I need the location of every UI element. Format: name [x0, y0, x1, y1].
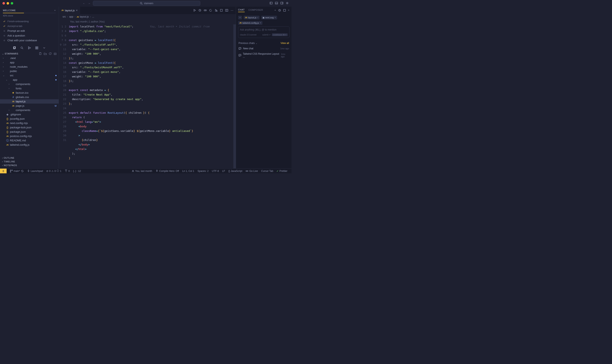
- chat-history-item[interactable]: Tailwind CSS Responsive Layout ...1mo ag…: [236, 51, 292, 59]
- nav-back-button[interactable]: ←: [83, 2, 85, 5]
- tree-row[interactable]: {}package.json: [0, 130, 59, 134]
- remote-button[interactable]: [0, 169, 7, 173]
- breadcrumb-segment[interactable]: ...: [92, 15, 94, 18]
- chip-add-icon[interactable]: +: [274, 16, 276, 19]
- tree-row[interactable]: ›public: [0, 69, 59, 73]
- tree-row[interactable]: JStailwind.config.js: [0, 143, 59, 147]
- chevron-down-icon[interactable]: [43, 46, 46, 49]
- new-file-icon[interactable]: [39, 52, 42, 55]
- history-icon[interactable]: [278, 9, 281, 12]
- settings-gear-icon[interactable]: [286, 2, 289, 5]
- context-chip[interactable]: JS tailwind.config.js +: [238, 21, 262, 25]
- context-chip[interactable]: ▣ next.svg +: [261, 16, 277, 19]
- tree-row[interactable]: ⓘREADME.md: [0, 138, 59, 143]
- history-icon[interactable]: [199, 9, 201, 12]
- layout-bottom-icon[interactable]: [275, 2, 278, 5]
- sidebar-section-header[interactable]: ›OUTLINE: [2, 156, 57, 160]
- language-mode[interactable]: {} JavaScript: [227, 170, 244, 172]
- go-live-button[interactable]: Go Live: [244, 170, 259, 172]
- tab-close-button[interactable]: ×: [76, 9, 78, 12]
- minimap-scrollbar[interactable]: [233, 24, 236, 168]
- more-icon[interactable]: ⋯: [231, 9, 233, 12]
- chevron-down-icon[interactable]: ⌄: [2, 53, 4, 55]
- dock-icon[interactable]: [283, 9, 286, 12]
- chip-close-icon[interactable]: ×: [257, 16, 258, 19]
- eol[interactable]: LF: [221, 170, 227, 172]
- problems-button[interactable]: ⊘ 0 ⚠ 0 ⓘ 1: [45, 169, 63, 173]
- sidebar-section-header[interactable]: ›TIMELINE: [2, 160, 57, 163]
- refresh-icon[interactable]: [49, 52, 52, 55]
- editor-tab[interactable]: JS layout.js ×: [59, 7, 80, 14]
- tree-row[interactable]: ›components: [0, 108, 59, 112]
- explorer-icon[interactable]: [13, 46, 16, 49]
- encoding[interactable]: UTF-8: [210, 170, 221, 172]
- context-chip[interactable]: JS layout.js ×: [244, 16, 260, 19]
- tree-row[interactable]: JSpostcss.config.mjs: [0, 134, 59, 138]
- tree-row[interactable]: JSnext.config.mjs: [0, 121, 59, 125]
- minimize-window-button[interactable]: [7, 2, 9, 5]
- tree-row[interactable]: JSpage.jsM: [0, 104, 59, 108]
- search-panel-icon[interactable]: [20, 46, 23, 49]
- layout-right-icon[interactable]: [280, 2, 284, 5]
- tree-row[interactable]: ⌄src: [0, 73, 59, 78]
- nav-forward-button[interactable]: →: [88, 2, 91, 5]
- compile-hero[interactable]: Compile Hero: Off: [154, 170, 181, 172]
- split-icon[interactable]: [225, 9, 228, 12]
- launchpad-button[interactable]: Launchpad: [25, 170, 45, 172]
- chip-add-icon[interactable]: +: [260, 21, 261, 24]
- breadcrumb-segment[interactable]: src: [63, 15, 66, 18]
- welcome-item[interactable]: ○Prompt an edit: [3, 28, 56, 33]
- blame-status[interactable]: You, last month: [130, 170, 154, 172]
- model-selector[interactable]: claude-3.5-sonnet: [240, 34, 256, 36]
- run-icon[interactable]: [193, 9, 196, 12]
- breadcrumb-segment[interactable]: app: [69, 15, 73, 18]
- composer-tab[interactable]: COMPOSER: [248, 9, 263, 12]
- tree-row[interactable]: ◆.gitignore: [0, 112, 59, 117]
- new-chat-button[interactable]: +: [275, 9, 276, 12]
- tree-row[interactable]: ›node_modules: [0, 65, 59, 69]
- close-window-button[interactable]: [2, 2, 5, 5]
- git-branch[interactable]: main*: [8, 170, 25, 172]
- extensions-icon[interactable]: [35, 46, 38, 49]
- tree-row[interactable]: {}jsconfig.json: [0, 117, 59, 121]
- diff-icon[interactable]: [220, 9, 223, 12]
- tree-row[interactable]: ⌄app: [0, 78, 59, 82]
- indentation[interactable]: Spaces: 2: [196, 170, 210, 172]
- cursor-position[interactable]: Ln 1, Col 1: [181, 170, 196, 172]
- welcome-item[interactable]: ○Ask a question: [3, 33, 56, 38]
- welcome-item[interactable]: ✓Accept a tab: [3, 24, 56, 28]
- chat-tab[interactable]: CHAT: [238, 8, 245, 12]
- tree-row[interactable]: ›components: [0, 82, 59, 86]
- collapse-all-icon[interactable]: [54, 52, 57, 55]
- tree-row[interactable]: #globals.css: [0, 95, 59, 99]
- layout-left-icon[interactable]: [270, 2, 273, 5]
- sidebar-section-header[interactable]: ›NOTEPADS: [2, 163, 57, 167]
- welcome-close-button[interactable]: ×: [54, 9, 56, 12]
- tree-row[interactable]: ★favicon.ico: [0, 91, 59, 95]
- compare-icon[interactable]: [204, 9, 207, 12]
- view-all-link[interactable]: View all: [281, 42, 289, 45]
- tree-row[interactable]: {}package-lock.json: [0, 125, 59, 130]
- ports-button[interactable]: 0: [63, 170, 71, 172]
- command-center-search[interactable]: starwars: [93, 1, 200, 6]
- json-status[interactable]: {..} : 12: [71, 170, 83, 172]
- new-folder-icon[interactable]: [44, 52, 47, 55]
- source-control-icon[interactable]: [28, 46, 31, 49]
- breadcrumb-segment[interactable]: JSlayout.js: [77, 15, 89, 18]
- code-content[interactable]: import localFont from "next/font/local";…: [69, 24, 209, 168]
- chat-input[interactable]: Ask anything (⌘L), @ to mention claude-3…: [238, 26, 290, 38]
- revert-icon[interactable]: [209, 9, 212, 12]
- tree-row[interactable]: JSlayout.js: [0, 99, 59, 104]
- chat-history-item[interactable]: New chat1mo ago: [236, 46, 292, 51]
- chevron-down-icon[interactable]: ⌄: [256, 42, 257, 44]
- tree-row[interactable]: ›.next: [0, 56, 59, 60]
- tree-row[interactable]: ›app: [0, 60, 59, 65]
- maximize-window-button[interactable]: [11, 2, 13, 5]
- breadcrumb[interactable]: src›app›JSlayout.js›...: [59, 14, 236, 19]
- welcome-item[interactable]: ✓Finish onboarding: [3, 19, 56, 24]
- codebase-badge[interactable]: codebase ⌘↵: [272, 33, 288, 36]
- prettier-status[interactable]: ✓ Prettier: [275, 170, 289, 172]
- run-debug-icon[interactable]: [214, 9, 217, 12]
- welcome-item[interactable]: ○Chat with your codebase: [3, 38, 56, 43]
- tree-row[interactable]: ›fonts: [0, 86, 59, 91]
